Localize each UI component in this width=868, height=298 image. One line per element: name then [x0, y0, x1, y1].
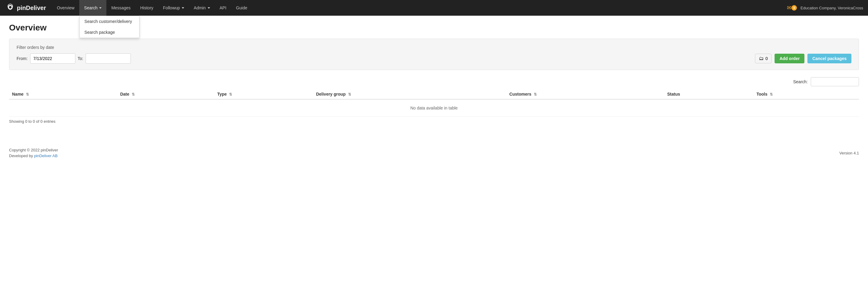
sort-icon-type: ⇅	[229, 92, 232, 96]
nav-label-messages: Messages	[111, 5, 130, 10]
nav-item-followup[interactable]: Followup	[158, 0, 189, 16]
cancel-packages-button[interactable]: Cancel packages	[807, 54, 851, 63]
search-dropdown-menu: Search customer/delivery Search package	[79, 16, 140, 38]
sort-icon-name: ⇅	[26, 92, 29, 96]
filter-actions: 🗂 0 Add order Cancel packages	[755, 54, 851, 63]
data-table: Name ⇅ Date ⇅ Type ⇅ Delivery group ⇅ Cu…	[9, 89, 859, 117]
nav-label-guide: Guide	[236, 5, 247, 10]
sort-icon-date: ⇅	[132, 92, 135, 96]
search-customer-delivery-item[interactable]: Search customer/delivery	[80, 16, 139, 27]
developed-by-prefix: Developed by	[9, 153, 34, 158]
user-name: VeronicaCross	[838, 6, 863, 10]
copyright-text: Copyright © 2022 pinDeliver	[9, 148, 58, 152]
nav-item-messages[interactable]: Messages	[106, 0, 135, 16]
admin-caret-icon	[208, 7, 210, 9]
nav-label-api: API	[220, 5, 227, 10]
basket-icon: 🗂	[759, 56, 764, 61]
search-caret-icon	[99, 7, 101, 9]
nav-item-history[interactable]: History	[135, 0, 158, 16]
navbar: pinDeliver Overview Search Search custom…	[0, 0, 868, 16]
nav-item-api[interactable]: API	[215, 0, 231, 16]
no-data-message: No data available in table	[9, 99, 859, 117]
developed-by-text: Developed by pinDeliver AB	[9, 153, 58, 158]
nav-item-overview[interactable]: Overview	[52, 0, 79, 16]
nav-right: ✉ 0 Education Company, VeronicaCross	[787, 4, 863, 11]
col-date[interactable]: Date ⇅	[117, 89, 214, 99]
search-package-item[interactable]: Search package	[80, 27, 139, 38]
basket-count: 0	[766, 56, 768, 61]
basket-button[interactable]: 🗂 0	[755, 54, 772, 63]
table-body: No data available in table	[9, 99, 859, 117]
version-text: Version 4.1	[839, 151, 859, 155]
mail-count: 0	[792, 5, 797, 10]
pindeliver-ab-link[interactable]: pinDeliver AB	[34, 153, 58, 158]
table-header: Name ⇅ Date ⇅ Type ⇅ Delivery group ⇅ Cu…	[9, 89, 859, 99]
col-name[interactable]: Name ⇅	[9, 89, 117, 99]
sort-icon-tools: ⇅	[770, 92, 773, 96]
nav-user: Education Company, VeronicaCross	[801, 6, 863, 10]
svg-point-1	[9, 6, 11, 8]
user-company: Education Company	[801, 6, 835, 10]
showing-text: Showing 0 to 0 of 0 entries	[9, 119, 859, 124]
table-toolbar: Search:	[9, 77, 859, 86]
nav-item-guide[interactable]: Guide	[231, 0, 252, 16]
brand-logo[interactable]: pinDeliver	[5, 2, 46, 13]
filter-panel: Filter orders by date From: To: 🗂 0 Add …	[9, 39, 859, 70]
followup-caret-icon	[182, 7, 184, 9]
nav-label-followup: Followup	[163, 5, 180, 10]
col-tools[interactable]: Tools ⇅	[753, 89, 859, 99]
table-search-label: Search:	[793, 79, 808, 84]
filter-to-label: To:	[78, 56, 84, 61]
mail-badge[interactable]: ✉ 0	[787, 4, 797, 11]
add-order-button[interactable]: Add order	[775, 54, 804, 63]
col-type[interactable]: Type ⇅	[214, 89, 313, 99]
filter-section-label: Filter orders by date	[17, 45, 851, 50]
col-customers[interactable]: Customers ⇅	[506, 89, 664, 99]
nav-item-admin[interactable]: Admin	[189, 0, 215, 16]
nav-label-history: History	[140, 5, 153, 10]
table-search-input[interactable]	[811, 77, 859, 86]
footer-left: Copyright © 2022 pinDeliver Developed by…	[9, 148, 58, 158]
nav-item-search[interactable]: Search Search customer/delivery Search p…	[79, 0, 106, 16]
filter-row: From: To: 🗂 0 Add order Cancel packages	[17, 53, 851, 64]
filter-to-input[interactable]	[86, 53, 131, 64]
sort-icon-customers: ⇅	[534, 92, 537, 96]
nav-label-search: Search	[84, 5, 97, 10]
nav-label-overview: Overview	[57, 5, 74, 10]
filter-from-label: From:	[17, 56, 28, 61]
mail-icon: ✉	[787, 4, 792, 11]
brand-name: pinDeliver	[17, 4, 46, 11]
sort-icon-delivery-group: ⇅	[348, 92, 351, 96]
nav-items: Overview Search Search customer/delivery…	[52, 0, 787, 16]
col-status[interactable]: Status	[664, 89, 753, 99]
col-delivery-group[interactable]: Delivery group ⇅	[313, 89, 506, 99]
no-data-row: No data available in table	[9, 99, 859, 117]
footer: Copyright © 2022 pinDeliver Developed by…	[0, 143, 868, 163]
filter-from-input[interactable]	[30, 53, 75, 64]
nav-label-admin: Admin	[194, 5, 206, 10]
footer-row: Copyright © 2022 pinDeliver Developed by…	[9, 148, 859, 158]
